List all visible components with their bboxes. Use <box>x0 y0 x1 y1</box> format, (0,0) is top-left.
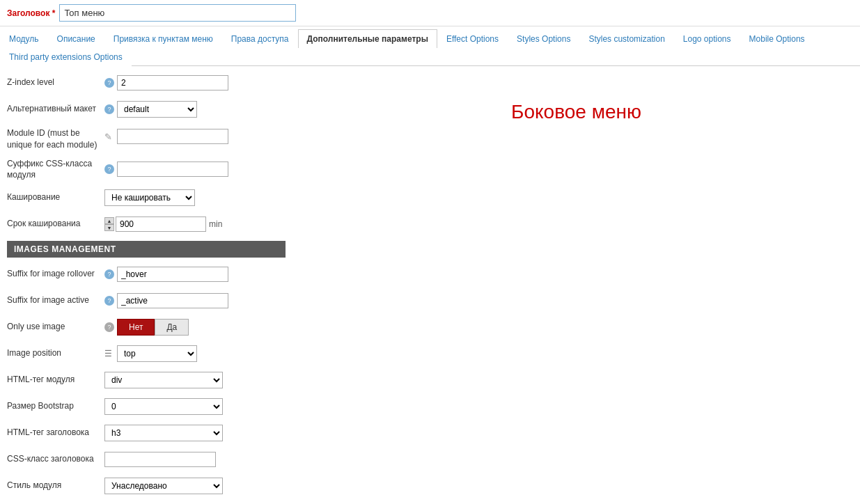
css-suffix-input[interactable] <box>117 162 228 177</box>
active-label: Suffix for image active <box>7 295 104 306</box>
tab-additional-params[interactable]: Дополнительные параметры <box>298 29 437 48</box>
active-field: ? <box>104 293 286 308</box>
module-style-label: Стиль модуля <box>7 480 104 491</box>
alt-layout-help-icon: ? <box>104 104 114 114</box>
alt-layout-select[interactable]: default <box>117 101 197 118</box>
rollover-input[interactable] <box>117 267 228 282</box>
module-id-field: ✎ <box>104 127 286 144</box>
active-row: Suffix for image active ? <box>7 291 286 310</box>
content-area: Z-index level ? Альтернативный макет ? d… <box>0 66 860 504</box>
css-suffix-label: Суффикс CSS-класса модуля <box>7 158 104 182</box>
header-title-input[interactable] <box>59 4 296 22</box>
bootstrap-row: Размер Bootstrap 0123 4567 89101112 <box>7 397 286 416</box>
tab-logo-options[interactable]: Logo options <box>674 29 740 48</box>
html-tag-field: div span section article <box>104 372 286 388</box>
image-position-list-icon: ☰ <box>104 349 114 359</box>
image-position-field: ☰ top bottom left right <box>104 345 286 362</box>
module-id-input[interactable] <box>117 129 228 144</box>
heading-tag-select[interactable]: h1h2h3 h4h5h6 <box>104 425 223 441</box>
bootstrap-label: Размер Bootstrap <box>7 401 104 412</box>
html-tag-row: HTML-тег модуля div span section article <box>7 370 286 390</box>
cache-time-down-btn[interactable]: ▼ <box>104 224 114 231</box>
heading-tag-label: HTML-тег заголовока <box>7 427 104 439</box>
cache-time-spinner-btns: ▲ ▼ <box>104 217 114 231</box>
images-management-header: IMAGES MANAGEMENT <box>7 241 286 258</box>
only-image-no-btn[interactable]: Нет <box>117 319 155 336</box>
css-class-input[interactable] <box>104 452 216 467</box>
css-class-label: CSS-класс заголовока <box>7 454 104 465</box>
css-suffix-row: Суффикс CSS-класса модуля ? <box>7 158 286 182</box>
tab-styles-customization[interactable]: Styles customization <box>579 29 673 48</box>
cache-time-spinner-wrap: ▲ ▼ <box>104 216 206 232</box>
tab-menu-binding[interactable]: Привязка к пунктам меню <box>104 29 222 48</box>
css-suffix-help-icon: ? <box>104 164 114 174</box>
z-index-help-icon: ? <box>104 78 114 88</box>
image-position-select[interactable]: top bottom left right <box>117 345 197 362</box>
css-class-row: CSS-класс заголовока <box>7 450 286 469</box>
rollover-row: Suffix for image rollover ? <box>7 265 286 284</box>
cache-time-label: Срок кашированиa <box>7 219 104 230</box>
z-index-label: Z-index level <box>7 77 104 88</box>
cache-time-unit: min <box>209 219 222 229</box>
header-row: Заголовок * <box>0 0 860 26</box>
cache-time-up-btn[interactable]: ▲ <box>104 217 114 224</box>
alt-layout-field: ? default <box>104 101 286 118</box>
only-image-field: ? Нет Да <box>104 319 286 336</box>
tab-effect-options[interactable]: Effect Options <box>437 29 508 48</box>
cache-time-field: ▲ ▼ min <box>104 216 286 232</box>
caching-field: Не кашировать <box>104 189 286 206</box>
image-position-label: Image position <box>7 348 104 359</box>
form-panel: Z-index level ? Альтернативный макет ? d… <box>0 73 292 503</box>
cache-time-row: Срок кашированиa ▲ ▼ min <box>7 214 286 234</box>
caching-label: Кашированиe <box>7 192 104 203</box>
cache-time-input[interactable] <box>116 216 206 232</box>
image-position-row: Image position ☰ top bottom left right <box>7 344 286 363</box>
heading-tag-field: h1h2h3 h4h5h6 <box>104 425 286 441</box>
heading-tag-row: HTML-тег заголовока h1h2h3 h4h5h6 <box>7 423 286 443</box>
tab-module[interactable]: Модуль <box>0 29 48 48</box>
html-tag-select[interactable]: div span section article <box>104 372 223 388</box>
rollover-help-icon: ? <box>104 269 114 279</box>
module-style-row: Стиль модуля Унаследовано <box>7 476 286 496</box>
active-input[interactable] <box>117 293 228 308</box>
alt-layout-row: Альтернативный макет ? default <box>7 100 286 119</box>
rollover-field: ? <box>104 267 286 282</box>
css-class-field <box>104 452 286 467</box>
only-image-help-icon: ? <box>104 322 114 332</box>
tab-third-party[interactable]: Third party extensions Options <box>0 47 132 66</box>
tabs-row: Модуль Описание Привязка к пунктам меню … <box>0 26 860 66</box>
only-image-toggle: Нет Да <box>117 319 189 336</box>
module-style-field: Унаследовано <box>104 478 286 494</box>
z-index-field: ? <box>104 75 286 90</box>
tab-mobile-options[interactable]: Mobile Options <box>740 29 814 48</box>
module-id-pencil-icon: ✎ <box>104 132 114 141</box>
module-style-select[interactable]: Унаследовано <box>104 478 223 494</box>
alt-layout-label: Альтернативный макет <box>7 104 104 115</box>
only-image-row: Only use image ? Нет Да <box>7 317 286 337</box>
module-id-label: Module ID (must be unique for each modul… <box>7 127 104 151</box>
css-suffix-field: ? <box>104 162 286 177</box>
preview-area: Боковое меню <box>292 73 860 503</box>
caching-row: Кашированиe Не кашировать <box>7 188 286 207</box>
rollover-label: Suffix for image rollover <box>7 269 104 280</box>
header-label: Заголовок * <box>7 8 55 18</box>
bootstrap-field: 0123 4567 89101112 <box>104 398 286 415</box>
tab-styles-options[interactable]: Styles Options <box>508 29 579 48</box>
bootstrap-select[interactable]: 0123 4567 89101112 <box>104 398 223 415</box>
only-image-yes-btn[interactable]: Да <box>155 319 189 336</box>
active-help-icon: ? <box>104 296 114 306</box>
html-tag-label: HTML-тег модуля <box>7 375 104 386</box>
module-id-row: Module ID (must be unique for each modul… <box>7 126 286 151</box>
z-index-input[interactable] <box>117 75 228 90</box>
tab-access[interactable]: Права доступа <box>222 29 298 48</box>
preview-title: Боковое меню <box>511 101 641 123</box>
caching-select[interactable]: Не кашировать <box>104 189 195 206</box>
tab-description[interactable]: Описание <box>48 29 104 48</box>
only-image-label: Only use image <box>7 322 104 333</box>
z-index-row: Z-index level ? <box>7 73 286 93</box>
